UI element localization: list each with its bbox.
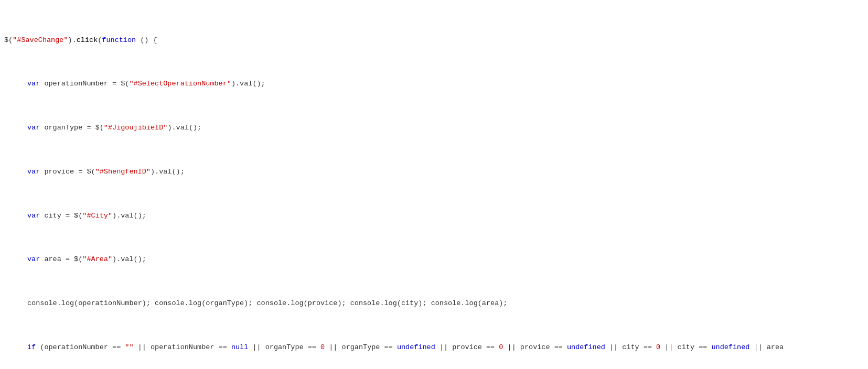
code-editor: $("#SaveChange").click(function () { var… <box>0 0 868 369</box>
code-line: $("#SaveChange").click(function () { <box>0 35 868 46</box>
code-line: console.log(operationNumber); console.lo… <box>0 298 868 309</box>
code-line: var organType = $("#JigoujibieID").val()… <box>0 123 868 134</box>
code-line: var provice = $("#ShengfenID").val(); <box>0 167 868 178</box>
code-line: var operationNumber = $("#SelectOperatio… <box>0 79 868 90</box>
code-line: var area = $("#Area").val(); <box>0 254 868 265</box>
code-line: var city = $("#City").val(); <box>0 211 868 222</box>
code-line: if (operationNumber == "" || operationNu… <box>0 342 868 353</box>
